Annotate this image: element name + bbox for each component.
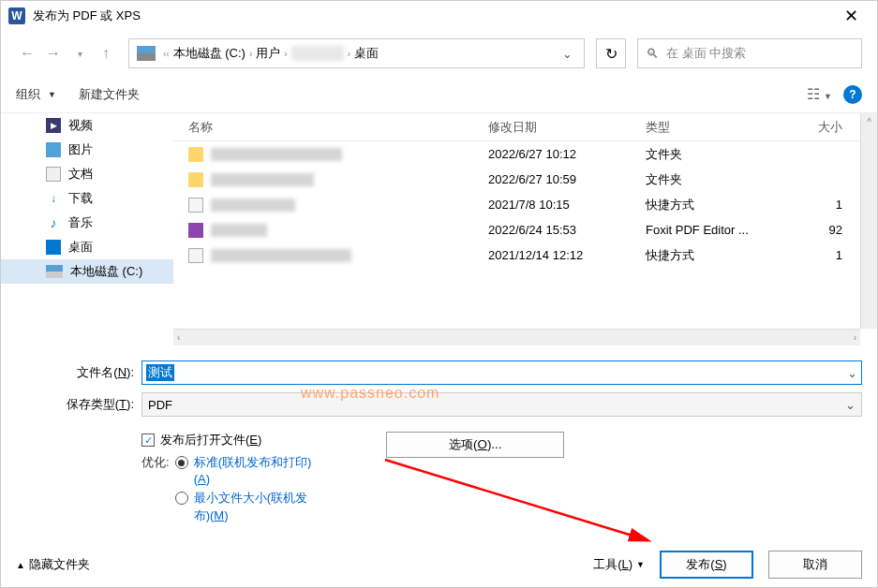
sidebar-item-drive[interactable]: 本地磁盘 (C:) [1, 259, 173, 284]
file-row[interactable]: 2022/6/24 15:53 Foxit PDF Editor ... 92 [173, 217, 860, 243]
organize-button[interactable]: 组织▼ [16, 86, 56, 103]
folder-icon [188, 147, 203, 162]
filename-value: 测试 [146, 364, 174, 381]
file-row[interactable]: 2021/12/14 12:12 快捷方式 1 [173, 243, 860, 268]
chevron-left-icon: ‹‹ [163, 49, 170, 59]
radio-icon [175, 492, 188, 505]
title-bar: W 发布为 PDF 或 XPS ✕ [1, 1, 877, 31]
horizontal-scrollbar[interactable]: ‹ › [173, 329, 860, 345]
file-size: 1 [786, 198, 842, 212]
view-mode-icon[interactable]: ☷ ▼ [807, 85, 832, 103]
forward-icon[interactable]: → [42, 42, 65, 65]
file-type: 文件夹 [646, 146, 786, 163]
breadcrumb-dropdown-icon[interactable]: ⌄ [555, 47, 580, 61]
breadcrumb-user[interactable]: 用户 [256, 45, 280, 62]
chevron-right-icon: › [284, 49, 287, 59]
file-date: 2022/6/24 15:53 [488, 223, 646, 237]
filename-input[interactable]: 测试 ⌄ [141, 360, 862, 385]
file-date: 2022/6/27 10:12 [488, 147, 646, 161]
nav-bar: ← → ▾ ↑ ‹‹ 本地磁盘 (C:) › 用户 › › 桌面 ⌄ ↻ 🔍︎ … [1, 31, 877, 76]
sidebar-item-music[interactable]: ♪音乐 [1, 211, 173, 235]
sidebar: ▶视频 图片 文档 ↓下载 ♪音乐 桌面 本地磁盘 (C:) [1, 113, 173, 329]
file-type: Foxit PDF Editor ... [646, 223, 786, 237]
vertical-scrollbar[interactable]: ^ [860, 113, 877, 329]
optimize-label: 优化: [141, 454, 170, 471]
filename-label: 文件名(N): [48, 364, 141, 381]
dialog-title: 发布为 PDF 或 XPS [33, 7, 832, 24]
back-icon[interactable]: ← [16, 42, 38, 65]
breadcrumb-desktop[interactable]: 桌面 [354, 45, 379, 62]
up-icon[interactable]: ↑ [95, 42, 117, 65]
lnk-icon [188, 198, 203, 213]
chevron-up-icon: ▲ [16, 560, 25, 570]
checkbox-icon: ✓ [141, 434, 155, 447]
filename-redacted [211, 198, 295, 212]
breadcrumb[interactable]: ‹‹ 本地磁盘 (C:) › 用户 › › 桌面 ⌄ [128, 38, 585, 68]
downloads-icon: ↓ [46, 191, 61, 206]
breadcrumb-redacted [291, 46, 344, 61]
filename-dropdown-icon[interactable]: ⌄ [847, 366, 857, 380]
file-row[interactable]: 2022/6/27 10:12 文件夹 [173, 141, 860, 167]
radio-minsize[interactable]: 最小文件大小(联机发布)(M) [175, 490, 312, 523]
drive-icon [137, 46, 156, 61]
search-input[interactable]: 🔍︎ 在 桌面 中搜索 [637, 38, 862, 68]
sidebar-item-documents[interactable]: 文档 [1, 162, 173, 186]
options-button[interactable]: 选项(O)... [386, 432, 564, 458]
file-type: 快捷方式 [646, 247, 786, 264]
bottom-bar: ▲ 隐藏文件夹 工具(L)▼ 发布(S) 取消 [1, 542, 877, 587]
filename-redacted [211, 148, 342, 161]
desktop-icon [46, 240, 61, 255]
col-size[interactable]: 大小 [786, 119, 842, 136]
sidebar-item-pictures[interactable]: 图片 [1, 138, 173, 162]
scroll-right-icon[interactable]: › [854, 332, 856, 343]
tools-dropdown[interactable]: 工具(L)▼ [593, 556, 645, 573]
file-row[interactable]: 2022/6/27 10:59 文件夹 [173, 167, 860, 192]
filetype-label: 保存类型(T): [48, 396, 141, 413]
filetype-value: PDF [148, 398, 172, 412]
file-type: 快捷方式 [646, 197, 786, 213]
open-after-checkbox[interactable]: ✓ 发布后打开文件(E) [141, 432, 311, 448]
filename-redacted [211, 224, 267, 237]
hide-folders-button[interactable]: ▲ 隐藏文件夹 [16, 556, 90, 573]
breadcrumb-drive[interactable]: 本地磁盘 (C:) [173, 45, 246, 62]
new-folder-button[interactable]: 新建文件夹 [79, 86, 140, 103]
sidebar-item-video[interactable]: ▶视频 [1, 113, 173, 138]
column-headers: 名称 修改日期 类型 大小 [173, 113, 860, 141]
filename-redacted [211, 173, 314, 186]
cancel-button[interactable]: 取消 [768, 551, 862, 579]
radio-icon [175, 456, 188, 469]
radio-standard[interactable]: 标准(联机发布和打印)(A) [175, 454, 312, 488]
file-date: 2021/12/14 12:12 [488, 248, 646, 262]
close-icon[interactable]: ✕ [832, 6, 870, 26]
refresh-icon[interactable]: ↻ [596, 38, 626, 68]
search-placeholder: 在 桌面 中搜索 [666, 45, 746, 62]
sidebar-item-downloads[interactable]: ↓下载 [1, 186, 173, 211]
lnk-icon [188, 248, 203, 263]
file-row[interactable]: 2021/7/8 10:15 快捷方式 1 [173, 192, 860, 217]
video-icon: ▶ [46, 118, 61, 133]
file-date: 2022/6/27 10:59 [488, 172, 646, 186]
radio-minsize-label: 最小文件大小(联机发布)(M) [194, 490, 307, 523]
save-form: 文件名(N): 测试 ⌄ 保存类型(T): PDF ⌄ ✓ 发布后打开文件(E)… [1, 345, 877, 526]
file-date: 2021/7/8 10:15 [488, 198, 646, 212]
search-icon: 🔍︎ [646, 46, 659, 61]
file-size: 1 [786, 248, 842, 262]
filetype-select[interactable]: PDF ⌄ [141, 392, 862, 417]
file-size: 92 [786, 223, 842, 237]
word-app-icon: W [8, 7, 25, 24]
filetype-dropdown-icon[interactable]: ⌄ [845, 398, 856, 412]
main-content: ▶视频 图片 文档 ↓下载 ♪音乐 桌面 本地磁盘 (C:) 名称 修改日期 类… [1, 113, 877, 329]
scroll-left-icon[interactable]: ‹ [177, 332, 180, 343]
sidebar-item-desktop[interactable]: 桌面 [1, 235, 173, 259]
col-name[interactable]: 名称 [188, 119, 488, 136]
col-date[interactable]: 修改日期 [488, 119, 646, 136]
help-icon[interactable]: ? [843, 85, 862, 104]
folder-icon [188, 172, 203, 187]
filename-redacted [211, 249, 351, 262]
pictures-icon [46, 142, 61, 157]
chevron-down-icon[interactable]: ▾ [68, 42, 91, 65]
publish-button[interactable]: 发布(S) [660, 551, 753, 579]
music-icon: ♪ [46, 215, 61, 230]
col-type[interactable]: 类型 [646, 119, 786, 136]
file-type: 文件夹 [646, 171, 786, 188]
